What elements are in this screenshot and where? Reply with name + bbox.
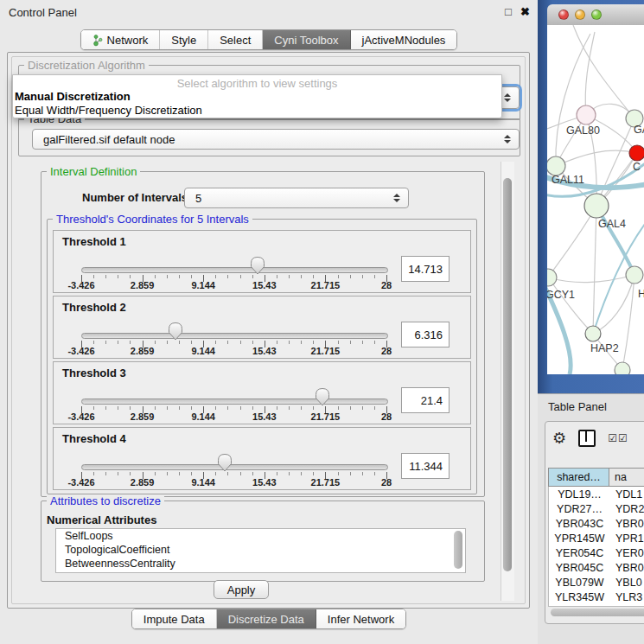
float-window-icon[interactable]: □ bbox=[505, 5, 512, 18]
columns-icon[interactable] bbox=[578, 430, 596, 447]
table-toolbar: ⚙ ☑☑ bbox=[552, 429, 628, 448]
table-row[interactable]: YPR145WYPR1 bbox=[549, 531, 644, 545]
network-edge[interactable] bbox=[585, 32, 595, 115]
network-edge[interactable] bbox=[548, 275, 634, 283]
algorithm-option[interactable]: Equal Width/Frequency Discretization bbox=[15, 104, 202, 117]
attribute-list-item[interactable]: SelfLoops bbox=[56, 529, 465, 543]
table-data-group: Table Data galFiltered.sif default node bbox=[18, 118, 520, 156]
tab-select[interactable]: Select bbox=[208, 30, 263, 49]
attribute-list-item[interactable]: TopologicalCoefficient bbox=[56, 543, 465, 557]
column-header-name[interactable]: na bbox=[609, 468, 644, 487]
axis-tick bbox=[93, 341, 94, 344]
network-node-hap2[interactable] bbox=[585, 326, 601, 341]
threshold-value-field[interactable]: 6.316 bbox=[401, 322, 450, 348]
tab-network[interactable]: Network bbox=[81, 30, 161, 49]
table-row[interactable]: YBR045CYBR0 bbox=[549, 560, 644, 575]
select-columns-icon[interactable]: ☑☑ bbox=[608, 432, 628, 444]
cell-shared-name: YER054C bbox=[549, 547, 610, 559]
algorithm-option[interactable]: Manual Discretization bbox=[15, 90, 131, 103]
network-graph[interactable]: GAL80GACGAL11GAL4GCY1HHAP2 bbox=[547, 25, 644, 374]
threshold-slider-track[interactable] bbox=[81, 399, 388, 405]
axis-tick bbox=[350, 406, 351, 410]
column-header-shared-name[interactable]: shared… bbox=[548, 468, 609, 487]
network-node-gal80[interactable] bbox=[577, 105, 596, 124]
network-node[interactable] bbox=[615, 362, 630, 374]
threshold-slider-handle[interactable] bbox=[250, 256, 265, 276]
table-row[interactable]: YIL052CYIL0 bbox=[549, 604, 644, 607]
axis-tick bbox=[277, 406, 277, 410]
threshold-value-field[interactable]: 14.713 bbox=[401, 256, 450, 282]
zoom-window-icon[interactable] bbox=[591, 10, 602, 20]
axis-tick bbox=[215, 406, 216, 410]
network-edge[interactable] bbox=[593, 206, 596, 334]
combo-arrows-icon bbox=[504, 93, 511, 102]
settings-scrollbar-thumb[interactable] bbox=[503, 178, 512, 571]
network-window-titlebar[interactable] bbox=[547, 4, 644, 26]
tab-cyni-toolbox[interactable]: Cyni Toolbox bbox=[263, 30, 350, 49]
network-edge[interactable] bbox=[593, 275, 634, 334]
threshold-slider-handle[interactable] bbox=[315, 387, 330, 407]
apply-button[interactable]: Apply bbox=[214, 580, 269, 599]
table-row[interactable]: YBR043CYBR0 bbox=[549, 516, 644, 531]
numerical-attributes-list[interactable]: SelfLoopsTopologicalCoefficientBetweenne… bbox=[55, 528, 466, 573]
close-window-icon[interactable] bbox=[558, 10, 569, 20]
table-row[interactable]: YER054CYER0 bbox=[549, 545, 644, 560]
table-panel-title: Table Panel bbox=[548, 400, 607, 413]
axis-tick bbox=[130, 472, 131, 475]
axis-tick bbox=[155, 275, 156, 278]
network-edge[interactable] bbox=[548, 206, 596, 277]
axis-tick-label: 21.715 bbox=[311, 346, 341, 356]
axis-tick bbox=[179, 406, 180, 410]
table-row[interactable]: YDR27…YDR2 bbox=[549, 501, 644, 516]
tab-infer-network[interactable]: Infer Network bbox=[316, 609, 405, 628]
network-edge[interactable] bbox=[556, 150, 637, 166]
tab-style[interactable]: Style bbox=[160, 30, 208, 49]
network-node-c[interactable] bbox=[629, 145, 644, 161]
network-canvas[interactable]: GAL80GACGAL11GAL4GCY1HHAP2 bbox=[547, 25, 644, 374]
tab-impute-data[interactable]: Impute Data bbox=[132, 609, 217, 628]
network-node-gcy1[interactable] bbox=[547, 269, 557, 286]
threshold-slider-track[interactable] bbox=[81, 464, 388, 470]
threshold-value-field[interactable]: 21.4 bbox=[401, 387, 450, 413]
network-edge[interactable] bbox=[622, 275, 634, 370]
axis-tick bbox=[289, 341, 290, 344]
threshold-value-field[interactable]: 11.344 bbox=[401, 453, 450, 479]
network-node-gal11[interactable] bbox=[547, 156, 565, 175]
close-panel-icon[interactable]: ✖ bbox=[520, 5, 530, 18]
threshold-slider-track[interactable] bbox=[81, 267, 388, 273]
table-data-select[interactable]: galFiltered.sif default node bbox=[32, 129, 520, 150]
attribute-list-item[interactable]: BetweennessCentrality bbox=[56, 557, 465, 571]
threshold-slider-handle[interactable] bbox=[168, 322, 183, 341]
number-of-intervals-select[interactable]: 5 bbox=[184, 188, 409, 208]
axis-tick bbox=[313, 341, 314, 344]
settings-scrollbar[interactable] bbox=[501, 162, 514, 601]
axis-tick-label: 15.43 bbox=[252, 280, 277, 290]
axis-tick-label: 21.715 bbox=[311, 477, 341, 488]
axis-tick bbox=[374, 341, 375, 344]
axis-tick bbox=[105, 341, 106, 344]
axis-tick-label: 15.43 bbox=[252, 477, 277, 488]
minimize-window-icon[interactable] bbox=[575, 10, 585, 20]
tab-discretize-data[interactable]: Discretize Data bbox=[217, 609, 316, 628]
table-panel: Table Panel ⚙ ☑☑ shared… na YDL19…YDL1YD… bbox=[538, 393, 644, 644]
network-node-gal4[interactable] bbox=[584, 194, 609, 218]
table-hscrollbar-thumb[interactable] bbox=[551, 609, 644, 616]
axis-tick bbox=[313, 472, 314, 475]
table-rows: YDL19…YDL1YDR27…YDR2YBR043CYBR0YPR145WYP… bbox=[548, 487, 644, 607]
attributes-scrollbar-thumb[interactable] bbox=[454, 531, 462, 569]
gear-icon[interactable]: ⚙ bbox=[552, 430, 566, 446]
table-row[interactable]: YBL079WYBL0 bbox=[549, 575, 644, 590]
axis-tick bbox=[313, 406, 314, 410]
threshold-slider-handle[interactable] bbox=[217, 453, 233, 473]
table-row[interactable]: YLR345WYLR3 bbox=[549, 590, 644, 604]
axis-tick bbox=[374, 275, 375, 278]
threshold-slider-track[interactable] bbox=[81, 333, 388, 339]
network-node-h[interactable] bbox=[626, 266, 643, 284]
axis-tick-label: 21.715 bbox=[311, 280, 341, 290]
axis-tick bbox=[227, 341, 228, 344]
table-row[interactable]: YDL19…YDL1 bbox=[549, 487, 644, 501]
tab-jactivemnodules[interactable]: jActiveMNodules bbox=[351, 30, 457, 49]
threshold-label: Threshold 3 bbox=[62, 367, 126, 379]
axis-tick bbox=[301, 341, 302, 344]
axis-tick-label: 15.43 bbox=[252, 411, 277, 422]
